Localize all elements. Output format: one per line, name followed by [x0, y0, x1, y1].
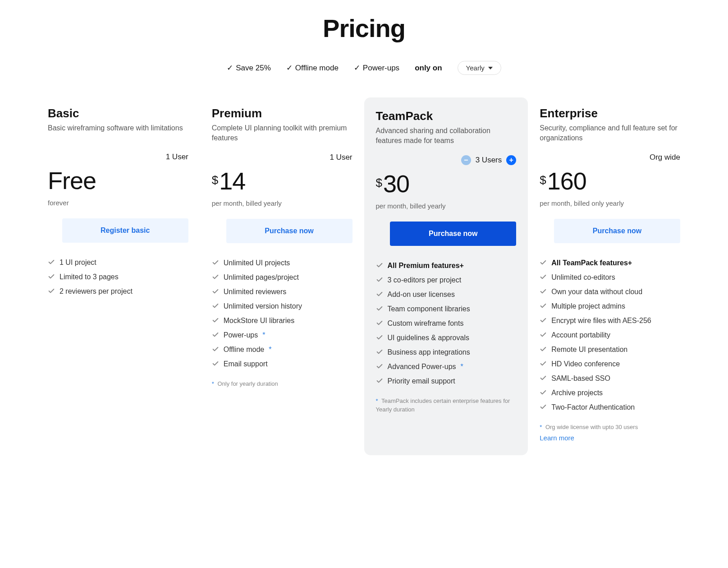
users-increment-button[interactable]: +	[506, 155, 516, 165]
check-icon: ✓	[227, 63, 233, 73]
feature-item: Archive projects	[540, 386, 680, 400]
feature-item: Unlimited reviewers	[212, 285, 353, 299]
check-icon	[540, 317, 547, 324]
check-icon	[212, 317, 219, 324]
check-icon	[376, 334, 383, 341]
plan-name: Premium	[212, 106, 353, 120]
feature-item: Encrypt wire files with AES-256	[540, 314, 680, 328]
check-icon	[540, 403, 547, 411]
cta-button[interactable]: Purchase now	[554, 219, 680, 243]
feature-item: Own your data without cloud	[540, 285, 680, 299]
feature-item: Multiple project admins	[540, 299, 680, 314]
plan-footnote: * Only for yearly duration	[212, 379, 353, 388]
feature-text: Add-on user licenses	[388, 291, 455, 299]
duration-select[interactable]: Yearly	[458, 61, 501, 75]
check-icon	[48, 287, 55, 295]
users-row: −3 Users+	[376, 154, 517, 166]
feature-text: 3 co-editors per project	[388, 276, 462, 284]
check-icon	[376, 291, 383, 298]
check-icon	[540, 259, 547, 266]
plan-footnote: * Org wide license with upto 30 users	[540, 423, 680, 432]
feature-text: Account portability	[551, 331, 610, 339]
check-icon	[376, 305, 383, 312]
feature-text: Advanced Power-ups	[388, 363, 456, 371]
billing-cycle: per month, billed only yearly	[540, 199, 680, 207]
check-icon	[212, 288, 219, 295]
duration-selected-label: Yearly	[466, 64, 485, 72]
currency-symbol: $	[212, 173, 218, 187]
check-icon	[212, 360, 219, 367]
feature-item: 1 UI project	[48, 255, 188, 270]
feature-item: All Premium features+	[376, 259, 517, 273]
perk-label: Offline mode	[295, 64, 339, 73]
feature-text: Unlimited pages/project	[224, 273, 299, 282]
currency-symbol: $	[376, 176, 382, 190]
check-icon	[212, 346, 219, 353]
check-icon	[540, 374, 547, 382]
feature-text: Offline mode	[224, 346, 264, 354]
cta-button[interactable]: Purchase now	[226, 219, 353, 243]
plan-card-teampack: TeamPackAdvanced sharing and collaborati…	[364, 97, 528, 455]
plan-description: Complete UI planning toolkit with premiu…	[212, 123, 353, 143]
feature-item: Email support	[212, 357, 353, 371]
check-icon	[540, 389, 547, 396]
plan-description: Basic wireframing software with limitati…	[48, 123, 188, 143]
feature-text: Custom wireframe fonts	[388, 319, 464, 328]
footnote-text: TeamPack includes certain enterprise fea…	[376, 397, 510, 413]
feature-text: Email support	[224, 360, 268, 368]
check-icon	[376, 262, 383, 269]
price-amount: 30	[383, 170, 409, 198]
asterisk-icon: *	[461, 363, 463, 371]
feature-item: Priority email support	[376, 374, 517, 388]
feature-item: Unlimited version history	[212, 299, 353, 314]
asterisk-icon: *	[269, 346, 271, 354]
users-label: 1 User	[166, 152, 188, 162]
plan-footnote: * TeamPack includes certain enterprise f…	[376, 397, 517, 414]
feature-text: Own your data without cloud	[551, 288, 642, 296]
feature-text: All TeamPack features+	[551, 259, 632, 267]
feature-text: SAML-based SSO	[551, 374, 610, 383]
feature-list: 1 UI projectLimited to 3 pages2 reviewer…	[48, 255, 188, 299]
asterisk-icon: *	[262, 331, 265, 339]
check-icon	[376, 319, 383, 327]
feature-text: Encrypt wire files with AES-256	[551, 317, 651, 325]
plan-name: Basic	[48, 106, 188, 120]
billing-cycle: per month, billed yearly	[212, 199, 353, 207]
feature-item: Custom wireframe fonts	[376, 316, 517, 331]
feature-text: Unlimited version history	[224, 302, 302, 310]
feature-item: Team component libraries	[376, 302, 517, 316]
check-icon	[540, 288, 547, 295]
cta-button[interactable]: Register basic	[62, 218, 188, 243]
check-icon	[540, 360, 547, 367]
feature-item: Power-ups *	[212, 328, 353, 342]
learn-more-link[interactable]: Learn more	[540, 434, 680, 442]
check-icon	[376, 276, 383, 283]
plan-description: Security, compliance and full feature se…	[540, 123, 680, 143]
users-row: 1 User	[212, 152, 353, 163]
feature-item: Add-on user licenses	[376, 287, 517, 302]
plan-card-premium: PremiumComplete UI planning toolkit with…	[200, 97, 364, 455]
feature-text: UI guidelines & approvals	[388, 334, 469, 342]
feature-text: Multiple project admins	[551, 302, 625, 310]
price: $14	[212, 167, 353, 195]
check-icon	[212, 259, 219, 266]
plan-description: Advanced sharing and collaboration featu…	[376, 126, 517, 146]
plan-card-enterprise: EnterpriseSecurity, compliance and full …	[528, 97, 692, 455]
users-decrement-button[interactable]: −	[461, 155, 471, 165]
feature-text: Limited to 3 pages	[60, 273, 119, 281]
feature-item: MockStore UI libraries	[212, 314, 353, 328]
feature-item: 3 co-editors per project	[376, 273, 517, 287]
price-amount: 160	[547, 167, 586, 195]
check-icon	[540, 302, 547, 309]
feature-item: Remote UI presentation	[540, 342, 680, 357]
footnote-text: Org wide license with upto 30 users	[544, 424, 638, 430]
feature-item: Offline mode *	[212, 342, 353, 357]
cta-button[interactable]: Purchase now	[390, 222, 516, 246]
perk-item: ✓ Offline mode	[286, 63, 339, 73]
asterisk-icon: *	[212, 380, 214, 387]
check-icon	[376, 363, 383, 370]
users-label: 1 User	[330, 153, 352, 162]
check-icon	[212, 302, 219, 309]
perks-row: ✓ Save 25% ✓ Offline mode ✓ Power-ups on…	[36, 61, 692, 75]
feature-item: Unlimited UI projects	[212, 256, 353, 270]
